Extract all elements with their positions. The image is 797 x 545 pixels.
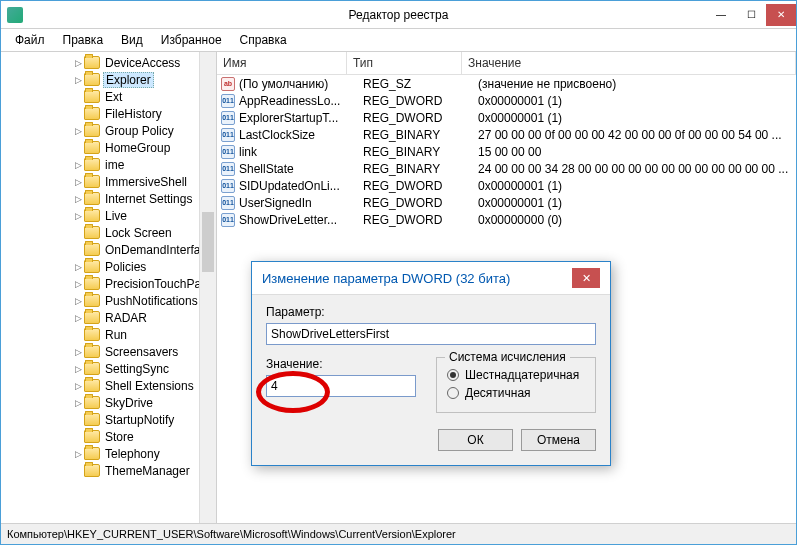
tree-item[interactable]: ▷RADAR	[1, 309, 216, 326]
menu-favorites[interactable]: Избранное	[153, 31, 230, 49]
dialog-close-button[interactable]: ✕	[572, 268, 600, 288]
arrow-right-icon[interactable]: ▷	[73, 296, 83, 306]
radio-dec[interactable]: Десятичная	[447, 386, 585, 400]
value-row[interactable]: 011linkREG_BINARY15 00 00 00	[217, 143, 796, 160]
folder-icon	[84, 328, 100, 341]
value-row[interactable]: 011ExplorerStartupT...REG_DWORD0x0000000…	[217, 109, 796, 126]
value-row[interactable]: 011SIDUpdatedOnLi...REG_DWORD0x00000001 …	[217, 177, 796, 194]
tree-item-label: Telephony	[103, 447, 162, 461]
value-data: (значение не присвоено)	[478, 77, 796, 91]
tree-item-label: Shell Extensions	[103, 379, 196, 393]
binary-value-icon: 011	[221, 213, 235, 227]
regedit-window: Редактор реестра — ☐ ✕ Файл Правка Вид И…	[0, 0, 797, 545]
value-row[interactable]: 011LastClockSizeREG_BINARY27 00 00 00 0f…	[217, 126, 796, 143]
radio-icon	[447, 369, 459, 381]
tree-item[interactable]: ▷Internet Settings	[1, 190, 216, 207]
tree-item-label: OnDemandInterfac	[103, 243, 208, 257]
tree-item[interactable]: ▷ImmersiveShell	[1, 173, 216, 190]
arrow-right-icon[interactable]: ▷	[73, 279, 83, 289]
value-name: UserSignedIn	[239, 196, 363, 210]
window-title: Редактор реестра	[1, 8, 796, 22]
arrow-right-icon[interactable]: ▷	[73, 160, 83, 170]
ok-button[interactable]: ОК	[438, 429, 513, 451]
tree-item[interactable]: Ext	[1, 88, 216, 105]
col-header-value[interactable]: Значение	[462, 52, 796, 74]
tree-item[interactable]: ▷ime	[1, 156, 216, 173]
value-row[interactable]: ab(По умолчанию)REG_SZ(значение не присв…	[217, 75, 796, 92]
string-value-icon: ab	[221, 77, 235, 91]
tree-scrollbar[interactable]	[199, 52, 216, 523]
tree-item-label: Explorer	[103, 72, 154, 88]
value-row[interactable]: 011ShowDriveLetter...REG_DWORD0x00000000…	[217, 211, 796, 228]
folder-icon	[84, 209, 100, 222]
cancel-button[interactable]: Отмена	[521, 429, 596, 451]
value-input[interactable]	[266, 375, 416, 397]
tree-item[interactable]: FileHistory	[1, 105, 216, 122]
value-data: 0x00000001 (1)	[478, 94, 796, 108]
folder-icon	[84, 107, 100, 120]
arrow-right-icon[interactable]: ▷	[73, 449, 83, 459]
value-type: REG_DWORD	[363, 94, 478, 108]
close-button[interactable]: ✕	[766, 4, 796, 26]
arrow-right-icon[interactable]: ▷	[73, 211, 83, 221]
tree-item[interactable]: Lock Screen	[1, 224, 216, 241]
folder-icon	[84, 73, 100, 86]
arrow-right-icon[interactable]: ▷	[73, 398, 83, 408]
value-row[interactable]: 011AppReadinessLo...REG_DWORD0x00000001 …	[217, 92, 796, 109]
tree-item-label: PrecisionTouchPa	[103, 277, 203, 291]
tree-item[interactable]: ▷Explorer	[1, 71, 216, 88]
col-header-name[interactable]: Имя	[217, 52, 347, 74]
tree-item[interactable]: ▷DeviceAccess	[1, 54, 216, 71]
binary-value-icon: 011	[221, 94, 235, 108]
tree-item[interactable]: ▷Shell Extensions	[1, 377, 216, 394]
col-header-type[interactable]: Тип	[347, 52, 462, 74]
folder-icon	[84, 90, 100, 103]
tree-item[interactable]: ▷Live	[1, 207, 216, 224]
tree-item[interactable]: ▷Group Policy	[1, 122, 216, 139]
menu-view[interactable]: Вид	[113, 31, 151, 49]
tree-item[interactable]: ▷PushNotifications	[1, 292, 216, 309]
tree-item-label: Ext	[103, 90, 124, 104]
folder-icon	[84, 141, 100, 154]
arrow-right-icon[interactable]: ▷	[73, 381, 83, 391]
arrow-right-icon[interactable]: ▷	[73, 313, 83, 323]
folder-icon	[84, 294, 100, 307]
tree-item[interactable]: ▷SkyDrive	[1, 394, 216, 411]
tree-item[interactable]: ▷SettingSync	[1, 360, 216, 377]
value-name: ShellState	[239, 162, 363, 176]
folder-icon	[84, 464, 100, 477]
tree-item[interactable]: ▷Telephony	[1, 445, 216, 462]
minimize-button[interactable]: —	[706, 4, 736, 26]
tree-item[interactable]: OnDemandInterfac	[1, 241, 216, 258]
menu-help[interactable]: Справка	[232, 31, 295, 49]
param-label: Параметр:	[266, 305, 596, 319]
tree-item[interactable]: Store	[1, 428, 216, 445]
arrow-right-icon[interactable]: ▷	[73, 347, 83, 357]
tree-item-label: DeviceAccess	[103, 56, 182, 70]
folder-icon	[84, 362, 100, 375]
arrow-right-icon[interactable]: ▷	[73, 126, 83, 136]
value-row[interactable]: 011UserSignedInREG_DWORD0x00000001 (1)	[217, 194, 796, 211]
folder-icon	[84, 345, 100, 358]
arrow-right-icon[interactable]: ▷	[73, 177, 83, 187]
tree-item[interactable]: ThemeManager	[1, 462, 216, 479]
tree-item-label: ImmersiveShell	[103, 175, 189, 189]
tree-item[interactable]: HomeGroup	[1, 139, 216, 156]
arrow-right-icon[interactable]: ▷	[73, 58, 83, 68]
tree-item[interactable]: ▷PrecisionTouchPa	[1, 275, 216, 292]
value-row[interactable]: 011ShellStateREG_BINARY24 00 00 00 34 28…	[217, 160, 796, 177]
arrow-right-icon[interactable]: ▷	[73, 364, 83, 374]
tree-item[interactable]: Run	[1, 326, 216, 343]
arrow-right-icon[interactable]: ▷	[73, 75, 83, 85]
arrow-right-icon[interactable]: ▷	[73, 194, 83, 204]
arrow-right-icon[interactable]: ▷	[73, 262, 83, 272]
tree-item-label: HomeGroup	[103, 141, 172, 155]
maximize-button[interactable]: ☐	[736, 4, 766, 26]
tree-item[interactable]: ▷Policies	[1, 258, 216, 275]
tree-item[interactable]: ▷Screensavers	[1, 343, 216, 360]
window-buttons: — ☐ ✕	[706, 4, 796, 26]
tree-item[interactable]: StartupNotify	[1, 411, 216, 428]
menu-edit[interactable]: Правка	[55, 31, 112, 49]
radio-hex[interactable]: Шестнадцатеричная	[447, 368, 585, 382]
menu-file[interactable]: Файл	[7, 31, 53, 49]
